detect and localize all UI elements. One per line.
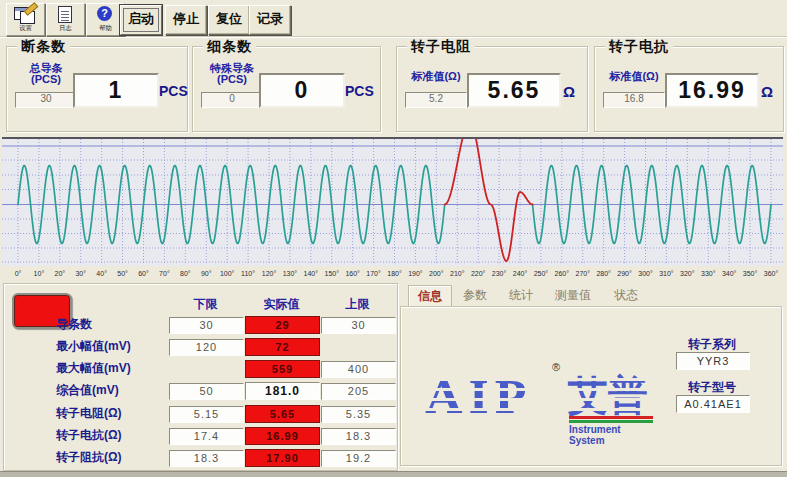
toolbar-button-label: 设置 bbox=[9, 23, 42, 31]
x-axis-tick-label: 40° bbox=[96, 270, 107, 277]
x-axis-tick-label: 290° bbox=[617, 270, 632, 277]
result-row-label: 综合值(mV) bbox=[56, 383, 171, 398]
lower-limit-box: 120 bbox=[169, 339, 244, 356]
lower-limit-box: 5.15 bbox=[169, 406, 244, 423]
x-axis-tick-label: 110° bbox=[241, 270, 255, 277]
logo-underline-green bbox=[569, 420, 653, 423]
logo-underline-red bbox=[569, 416, 653, 419]
x-axis-tick-label: 160° bbox=[345, 270, 360, 277]
measured-value-display: 0 bbox=[259, 73, 345, 108]
stop-button[interactable]: 停止 bbox=[165, 5, 207, 35]
x-axis-tick-label: 350° bbox=[743, 270, 758, 277]
unit-label: PCS bbox=[159, 83, 188, 99]
upper-limit-box: 30 bbox=[321, 317, 396, 334]
upper-limit-box: 205 bbox=[321, 383, 396, 400]
x-axis-tick-label: 150° bbox=[325, 270, 340, 277]
preset-label-unit: (PCS) bbox=[199, 74, 265, 85]
x-axis-tick-label: 120° bbox=[262, 270, 277, 277]
lower-limit-box: 50 bbox=[169, 383, 244, 400]
toolbar-button-settings[interactable]: 设置 bbox=[6, 3, 45, 36]
x-axis-tick-label: 230° bbox=[492, 270, 507, 277]
x-axis-tick-label: 130° bbox=[283, 270, 298, 277]
toolbar-button-label: 日志 bbox=[49, 23, 82, 31]
lower-limit-box: 18.3 bbox=[169, 450, 244, 467]
x-axis-tick-label: 180° bbox=[387, 270, 402, 277]
results-column-header: 上限 bbox=[321, 296, 394, 313]
measured-value-display: 5.65 bbox=[467, 73, 561, 108]
info-field-label: 转子型号 bbox=[674, 379, 750, 396]
measured-value-display: 1 bbox=[73, 73, 159, 108]
start-button[interactable]: 启动 bbox=[120, 5, 162, 35]
group-panel-4: 转子电抗标准值(Ω)16.816.99Ω bbox=[594, 46, 784, 132]
x-axis-tick-label: 270° bbox=[576, 270, 591, 277]
log-icon bbox=[47, 5, 84, 23]
window-bottom-edge bbox=[0, 471, 787, 477]
x-axis-tick-label: 340° bbox=[722, 270, 737, 277]
x-axis-tick-label: 90° bbox=[201, 270, 212, 277]
preset-value-field[interactable]: 0 bbox=[201, 92, 263, 108]
x-axis-tick-label: 220° bbox=[471, 270, 486, 277]
upper-limit-box: 5.35 bbox=[321, 406, 396, 423]
x-axis-tick-label: 300° bbox=[638, 270, 653, 277]
tab-测量值[interactable]: 测量值 bbox=[546, 285, 600, 306]
unit-label: Ω bbox=[563, 83, 575, 100]
group-panel-3: 转子电阻标准值(Ω)5.25.65Ω bbox=[396, 46, 588, 132]
group-panel-title: 转子电抗 bbox=[605, 38, 673, 56]
info-field-value: A0.41AE1 bbox=[676, 395, 750, 413]
aip-logo: AIP®艾普Instrument System bbox=[425, 369, 657, 433]
info-field-label: 转子系列 bbox=[674, 336, 750, 353]
toolbar-button-log[interactable]: 日志 bbox=[46, 3, 85, 36]
tab-统计[interactable]: 统计 bbox=[500, 285, 542, 306]
measured-value-display: 16.99 bbox=[665, 73, 759, 108]
info-panel: 信息参数统计测量值状态AIP®艾普Instrument System转子系列YY… bbox=[400, 285, 782, 466]
tab-状态[interactable]: 状态 bbox=[605, 285, 647, 306]
x-axis-tick-label: 70° bbox=[159, 270, 170, 277]
preset-label-unit: (PCS) bbox=[13, 74, 79, 85]
x-axis-tick-label: 310° bbox=[659, 270, 674, 277]
x-axis-tick-label: 250° bbox=[534, 270, 549, 277]
logo-stripe bbox=[423, 378, 661, 381]
question-mark: ? bbox=[97, 6, 112, 21]
toolbar: 设置日志?帮助启动停止复位记录 bbox=[0, 0, 787, 37]
tab-参数[interactable]: 参数 bbox=[454, 285, 496, 306]
x-axis-tick-label: 60° bbox=[138, 270, 149, 277]
preset-value-field[interactable]: 30 bbox=[15, 92, 77, 108]
actual-value-box: 17.90 bbox=[245, 449, 320, 467]
info-tab-body: AIP®艾普Instrument System转子系列YYR3转子型号A0.41… bbox=[400, 306, 782, 466]
group-panel-title: 细条数 bbox=[203, 38, 256, 56]
x-axis-tick-label: 280° bbox=[596, 270, 611, 277]
toolbar-button-label: 帮助 bbox=[89, 23, 122, 31]
x-axis-tick-label: 30° bbox=[75, 270, 86, 277]
x-axis-tick-label: 320° bbox=[680, 270, 695, 277]
x-axis-tick-label: 210° bbox=[450, 270, 465, 277]
tab-信息[interactable]: 信息 bbox=[408, 285, 452, 307]
logo-stripe bbox=[423, 398, 661, 401]
x-axis-tick-label: 100° bbox=[220, 270, 235, 277]
preset-value-field[interactable]: 16.8 bbox=[603, 92, 665, 108]
x-axis-tick-label: 170° bbox=[366, 270, 381, 277]
x-axis-tick-label: 0° bbox=[15, 270, 22, 277]
document-shape bbox=[58, 6, 72, 23]
reset-button[interactable]: 复位 bbox=[208, 5, 250, 35]
x-axis-tick-label: 360° bbox=[764, 270, 779, 277]
logo-stripe bbox=[423, 408, 661, 411]
group-panel-title: 断条数 bbox=[17, 38, 70, 56]
group-panel-1: 断条数总导条(PCS)301PCS bbox=[6, 46, 188, 132]
x-axis-tick-label: 190° bbox=[408, 270, 423, 277]
preset-value-field[interactable]: 5.2 bbox=[405, 92, 467, 108]
result-row-label: 转子电抗(Ω) bbox=[56, 428, 171, 443]
x-axis-tick-label: 200° bbox=[429, 270, 444, 277]
actual-value-box: 72 bbox=[245, 338, 320, 356]
unit-label: Ω bbox=[761, 83, 773, 100]
result-row-label: 转子阻抗(Ω) bbox=[56, 450, 171, 465]
actual-value-box: 181.0 bbox=[245, 382, 320, 400]
x-axis-tick-label: 10° bbox=[34, 270, 45, 277]
result-row-label: 最大幅值(mV) bbox=[56, 361, 171, 376]
settings-icon bbox=[7, 5, 44, 23]
record-button[interactable]: 记录 bbox=[249, 5, 291, 35]
upper-limit-box: 18.3 bbox=[321, 428, 396, 445]
upper-limit-box: 400 bbox=[321, 361, 396, 378]
x-axis-tick-label: 330° bbox=[701, 270, 716, 277]
logo-stripe bbox=[423, 388, 661, 391]
group-panel-2: 细条数特殊导条(PCS)00PCS bbox=[192, 46, 381, 132]
